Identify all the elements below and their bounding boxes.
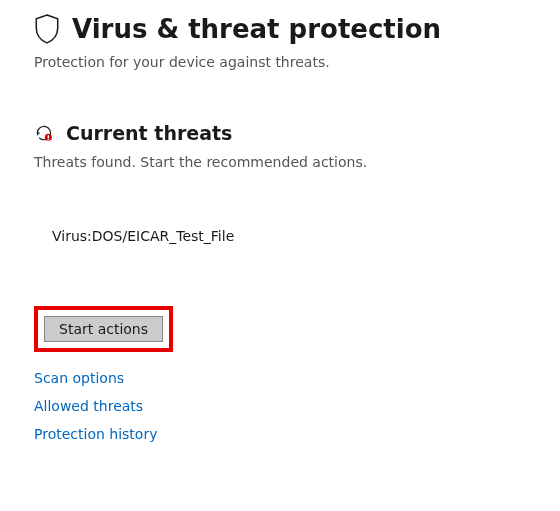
section-title: Current threats (66, 122, 232, 144)
svg-rect-2 (48, 139, 49, 140)
page-title: Virus & threat protection (72, 14, 441, 44)
allowed-threats-link[interactable]: Allowed threats (34, 398, 143, 414)
page-subtitle: Protection for your device against threa… (34, 54, 526, 70)
shield-icon (34, 14, 60, 44)
link-list: Scan options Allowed threats Protection … (34, 370, 526, 442)
threat-item: Virus:DOS/EICAR_Test_File (52, 228, 526, 244)
section-subtitle: Threats found. Start the recommended act… (34, 154, 526, 170)
page-header: Virus & threat protection (34, 14, 526, 44)
threats-section: Current threats Threats found. Start the… (34, 122, 526, 442)
protection-history-link[interactable]: Protection history (34, 426, 157, 442)
start-actions-button[interactable]: Start actions (44, 316, 163, 342)
scan-alert-icon (34, 123, 54, 143)
highlight-box: Start actions (34, 306, 173, 352)
section-header: Current threats (34, 122, 526, 144)
scan-options-link[interactable]: Scan options (34, 370, 124, 386)
svg-rect-1 (48, 135, 49, 138)
threat-list: Virus:DOS/EICAR_Test_File (34, 228, 526, 244)
